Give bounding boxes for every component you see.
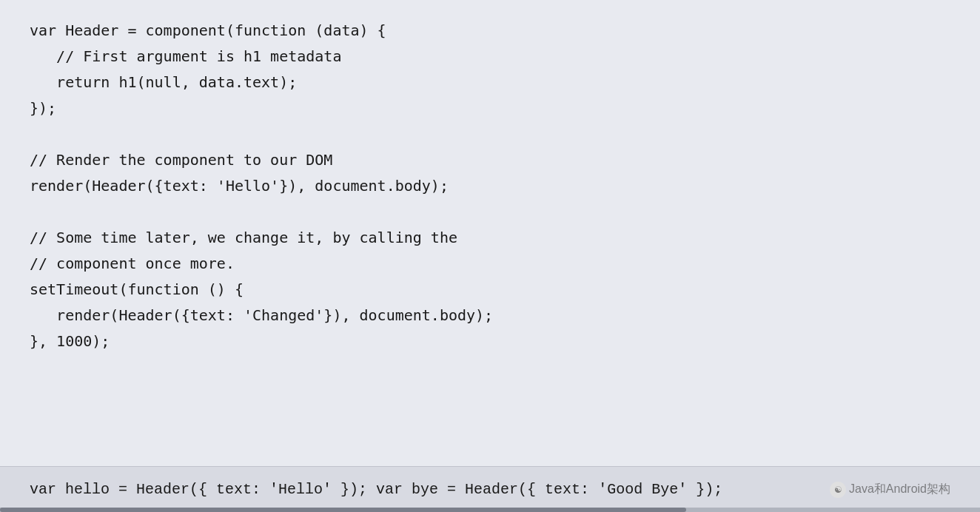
bottom-bar: var hello = Header({ text: 'Hello' }); v… (0, 466, 980, 512)
watermark-text: Java和Android架构 (849, 482, 950, 497)
code-container: var Header = component(function (data) {… (0, 0, 980, 466)
code-block: var Header = component(function (data) {… (30, 18, 950, 354)
watermark: ☯ Java和Android架构 (830, 482, 950, 498)
watermark-icon: ☯ (830, 482, 846, 498)
scrollbar-thumb[interactable] (0, 508, 686, 512)
scrollbar-track[interactable] (0, 508, 980, 512)
bottom-code-line: var hello = Header({ text: 'Hello' }); v… (30, 481, 722, 498)
